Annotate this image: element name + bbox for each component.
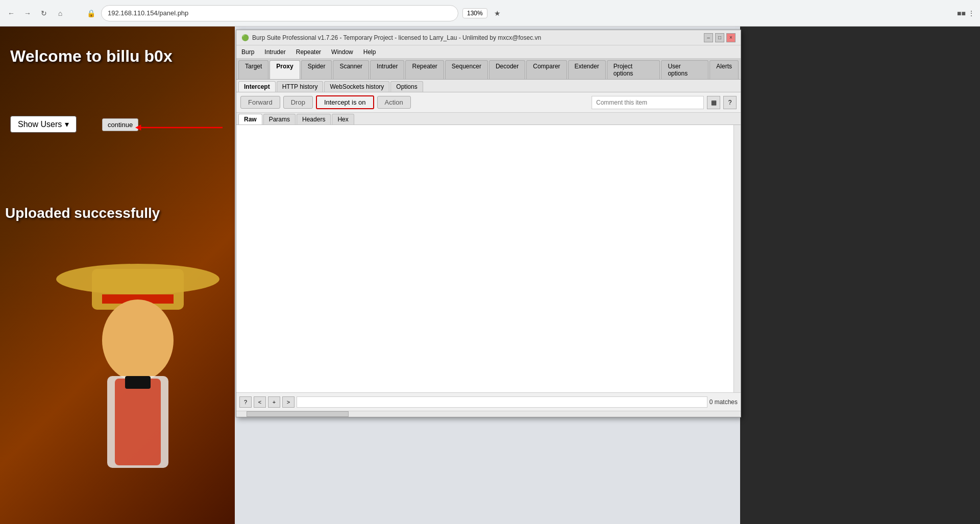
subtab-http-history[interactable]: HTTP history [277,81,324,92]
show-users-button[interactable]: Show Users ▾ [10,116,77,133]
burp-sub-tabs: Intercept HTTP history WebSockets histor… [236,80,741,92]
maximize-button[interactable]: □ [715,33,724,42]
home-button[interactable]: ⌂ [54,7,66,19]
continue-button[interactable]: continue [102,118,138,131]
extensions-icon[interactable]: ■■ [957,9,966,17]
prev-button[interactable]: < [254,396,266,408]
search-input[interactable] [297,396,707,408]
burp-main-tabs: Target Proxy Spider Scanner Intruder Rep… [236,59,741,80]
comment-input[interactable] [592,96,704,109]
menu-repeater[interactable]: Repeater [294,47,323,57]
tab-proxy[interactable]: Proxy [270,60,300,79]
next-button[interactable]: > [282,396,295,408]
zoom-level[interactable]: 130% [462,8,487,18]
menu-window[interactable]: Window [329,47,355,57]
help-bottom-button[interactable]: ? [239,396,252,408]
subtab-intercept[interactable]: Intercept [238,81,276,92]
tab-scanner[interactable]: Scanner [333,60,369,79]
burp-titlebar: 🟢 Burp Suite Professional v1.7.26 - Temp… [236,30,741,45]
tab-repeater[interactable]: Repeater [405,60,444,79]
url-text: 192.168.110.154/panel.php [108,9,188,17]
window-controls: – □ × [704,33,736,42]
security-icon: 🔒 [85,7,97,19]
tab-decoder[interactable]: Decoder [489,60,525,79]
svg-marker-1 [135,124,141,130]
tab-spider[interactable]: Spider [301,60,332,79]
menu-help[interactable]: Help [361,47,378,57]
browser-toolbar-right: ■■ ⋮ [957,9,975,17]
continue-label: continue [108,121,133,129]
tab-alerts[interactable]: Alerts [709,60,739,79]
matches-label: 0 matches [709,398,738,406]
address-bar[interactable]: 192.168.110.154/panel.php [101,5,458,21]
back-button[interactable]: ← [5,7,17,19]
svg-rect-8 [125,376,151,389]
grid-icon-button[interactable]: ▦ [707,96,720,109]
webpage-background: Welcome to billu b0x Show Users ▾ contin… [0,27,235,524]
action-button[interactable]: Action [377,96,411,109]
forward-button[interactable]: Forward [240,96,280,109]
content-area [236,125,741,392]
tab-intruder[interactable]: Intruder [370,60,404,79]
tab-sequencer[interactable]: Sequencer [445,60,488,79]
refresh-button[interactable]: ↻ [38,7,50,19]
subtab-options[interactable]: Options [390,81,423,92]
content-tab-raw[interactable]: Raw [238,114,262,124]
svg-point-5 [102,300,174,381]
intercept-toolbar: Forward Drop Intercept is on Action ▦ ? [236,92,741,113]
bottom-bar: ? < + > 0 matches [236,392,741,411]
content-tab-headers[interactable]: Headers [297,114,331,124]
red-arrow [135,122,232,133]
burp-title-text: Burp Suite Professional v1.7.26 - Tempor… [252,34,704,41]
content-tab-params[interactable]: Params [263,114,296,124]
intercept-toggle-button[interactable]: Intercept is on [316,95,374,109]
webpage-title: Welcome to billu b0x [10,47,173,66]
close-button[interactable]: × [726,33,736,42]
drop-button[interactable]: Drop [283,96,313,109]
subtab-websockets-history[interactable]: WebSockets history [324,81,389,92]
burp-menubar: Burp Intruder Repeater Window Help [236,45,741,59]
tab-project-options[interactable]: Project options [607,60,660,79]
menu-burp[interactable]: Burp [239,47,256,57]
tab-extender[interactable]: Extender [568,60,606,79]
burp-title-icon: 🟢 [241,34,249,41]
browser-chrome: ← → ↻ ⌂ 🔒 192.168.110.154/panel.php 130%… [0,0,980,27]
bookmark-star-icon[interactable]: ★ [492,7,504,19]
burp-suite-window: 🟢 Burp Suite Professional v1.7.26 - Temp… [236,30,741,417]
content-tab-hex[interactable]: Hex [332,114,354,124]
tab-target[interactable]: Target [238,60,268,79]
minimize-button[interactable]: – [704,33,713,42]
scrollbar[interactable] [733,125,741,392]
svg-rect-7 [115,379,161,465]
dropdown-arrow-icon: ▾ [65,119,69,129]
menu-intruder[interactable]: Intruder [262,47,287,57]
help-icon-button[interactable]: ? [723,96,737,109]
horizontal-scrollbar[interactable] [236,411,741,417]
content-tabs: Raw Params Headers Hex [236,113,741,125]
tab-user-options[interactable]: User options [661,60,708,79]
add-button[interactable]: + [268,396,280,408]
menu-icon[interactable]: ⋮ [968,9,975,17]
tab-comparer[interactable]: Comparer [526,60,567,79]
right-dark-area [740,27,980,524]
show-users-label: Show Users [18,120,62,129]
forward-button[interactable]: → [21,7,34,19]
luffy-figure [41,218,235,524]
